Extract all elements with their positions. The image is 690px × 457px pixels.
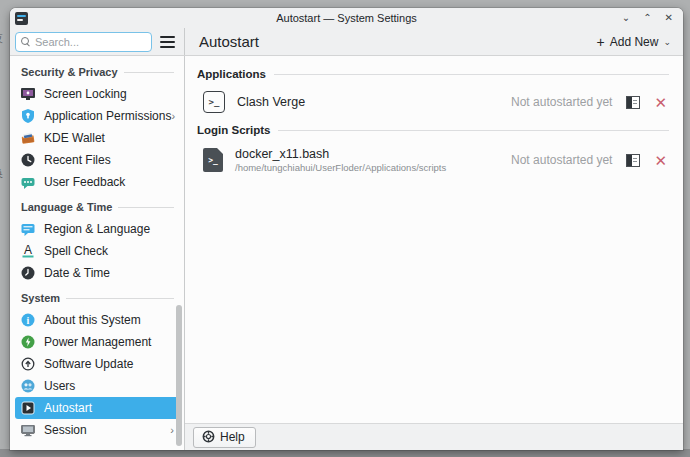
sidebar-item-session[interactable]: Session › xyxy=(15,419,179,441)
wallet-icon xyxy=(20,130,36,146)
status-text: Not autostarted yet xyxy=(511,95,612,109)
clock-icon xyxy=(20,152,36,168)
sidebar-section-header: Language & Time xyxy=(10,193,184,218)
sidebar-item-autostart[interactable]: Autostart xyxy=(15,397,179,419)
add-new-button[interactable]: + Add New ⌄ xyxy=(597,35,671,49)
plus-icon: + xyxy=(597,35,605,49)
properties-icon[interactable] xyxy=(626,96,640,109)
search-placeholder: Search... xyxy=(35,36,79,48)
sidebar-item-date-time[interactable]: Date & Time xyxy=(15,262,179,284)
status-text: Not autostarted yet xyxy=(511,153,612,167)
sidebar-item-region-language[interactable]: Region & Language xyxy=(15,218,179,240)
autostart-entry-row[interactable]: >_ docker_x11.bash /home/tungchiahui/Use… xyxy=(197,142,669,182)
sidebar-scrollbar[interactable] xyxy=(176,305,182,446)
remove-icon[interactable]: ✕ xyxy=(654,153,667,168)
monitor-icon xyxy=(20,422,36,438)
desktop-text-fragment: 换 xyxy=(0,166,10,181)
info-icon: i xyxy=(20,312,36,328)
sidebar-item-user-feedback[interactable]: User Feedback xyxy=(15,171,179,193)
chevron-down-icon: ⌄ xyxy=(663,37,671,47)
section-header-applications: Applications xyxy=(197,68,669,80)
clock-icon xyxy=(20,265,36,281)
main-panel: Applications >_ Clash Verge Not autostar… xyxy=(185,56,683,450)
desktop-background xyxy=(0,449,690,457)
autostart-entry-row[interactable]: >_ Clash Verge Not autostarted yet ✕ xyxy=(197,86,669,122)
search-input[interactable]: Search... xyxy=(15,32,152,52)
screen-locking-icon xyxy=(20,86,36,102)
terminal-icon: >_ xyxy=(203,91,225,113)
power-icon xyxy=(20,334,36,350)
minimize-icon[interactable]: ⌄ xyxy=(622,13,630,23)
language-bubble-icon xyxy=(20,221,36,237)
feedback-bubbles-icon xyxy=(20,174,36,190)
section-header-login-scripts: Login Scripts xyxy=(197,124,669,136)
toolbar: Search... Autostart + Add New ⌄ xyxy=(10,28,683,56)
search-icon xyxy=(21,37,31,47)
sidebar-item-kde-wallet[interactable]: KDE Wallet xyxy=(15,127,179,149)
script-file-icon: >_ xyxy=(203,148,223,172)
sidebar-item-application-permissions[interactable]: Application Permissions › xyxy=(15,105,179,127)
sidebar: Security & Privacy Screen Locking Applic… xyxy=(10,56,185,450)
autostart-icon xyxy=(20,400,36,416)
desktop-text-fragment: 夜 xyxy=(0,31,10,46)
help-button[interactable]: Help xyxy=(193,427,256,448)
page-title: Autostart xyxy=(199,33,259,50)
maximize-icon[interactable]: ⌃ xyxy=(643,13,651,23)
properties-icon[interactable] xyxy=(626,154,640,167)
sidebar-item-software-update[interactable]: Software Update xyxy=(15,353,179,375)
chevron-right-icon: › xyxy=(171,110,175,122)
help-icon xyxy=(202,430,215,443)
window-title: Autostart — System Settings xyxy=(10,12,683,24)
close-icon[interactable]: ✕ xyxy=(665,13,673,23)
chevron-right-icon: › xyxy=(170,424,174,436)
svg-text:A: A xyxy=(24,243,32,257)
sidebar-item-screen-locking[interactable]: Screen Locking xyxy=(15,83,179,105)
users-icon xyxy=(20,378,36,394)
entry-path: /home/tungchiahui/UserFloder/Application… xyxy=(235,162,446,173)
hamburger-menu-icon[interactable] xyxy=(160,36,175,48)
sidebar-item-power-management[interactable]: Power Management xyxy=(15,331,179,353)
sidebar-section-header: Security & Privacy xyxy=(10,62,184,83)
sidebar-item-about-this-system[interactable]: i About this System xyxy=(15,309,179,331)
update-arrow-icon xyxy=(20,356,36,372)
entry-name: Clash Verge xyxy=(237,95,305,109)
footer: Help xyxy=(185,423,683,450)
sidebar-section-header: System xyxy=(10,284,184,309)
spell-check-icon: A xyxy=(20,243,36,259)
svg-text:i: i xyxy=(27,315,30,326)
shield-icon xyxy=(20,108,36,124)
remove-icon[interactable]: ✕ xyxy=(654,95,667,110)
entry-name: docker_x11.bash xyxy=(235,147,446,161)
titlebar[interactable]: Autostart — System Settings ⌄ ⌃ ✕ xyxy=(10,8,683,28)
system-settings-window: Autostart — System Settings ⌄ ⌃ ✕ Search… xyxy=(10,8,683,450)
sidebar-item-spell-check[interactable]: A Spell Check xyxy=(15,240,179,262)
sidebar-item-users[interactable]: Users xyxy=(15,375,179,397)
sidebar-item-recent-files[interactable]: Recent Files xyxy=(15,149,179,171)
